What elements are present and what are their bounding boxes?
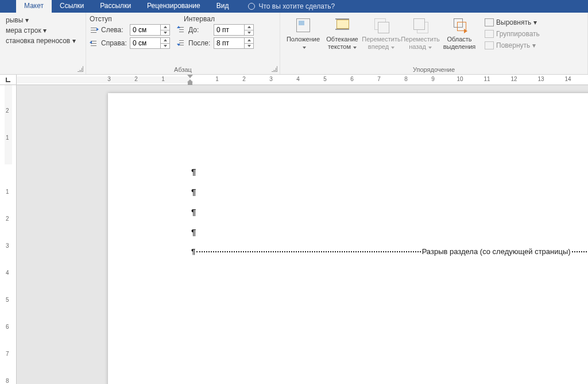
indent-header: Отступ	[90, 15, 184, 23]
ribbon: рывы ▾ мера строк ▾ становка переносов ▾…	[0, 13, 588, 75]
tell-me-placeholder: Что вы хотите сделать?	[258, 2, 335, 10]
indent-left-icon	[90, 26, 99, 34]
arrange-group-label: Упорядочение	[280, 66, 587, 73]
spacing-before-icon	[177, 26, 186, 34]
paragraph-mark: ¶	[191, 187, 196, 197]
spacing-before-field[interactable]	[214, 25, 244, 35]
rotate-icon	[485, 41, 494, 49]
spacing-after-label: После:	[188, 39, 214, 47]
breaks-button[interactable]: рывы ▾	[3, 15, 82, 25]
indent-left-up[interactable]	[161, 25, 169, 30]
bring-forward-icon	[372, 16, 390, 34]
group-paragraph: Отступ Интервал Слева: До: Справа:	[86, 13, 280, 74]
line-numbers-button[interactable]: мера строк ▾	[3, 25, 82, 36]
workspace: 321123456789101112131415 2112345678 ¶ ¶ …	[0, 75, 588, 384]
indent-right-down[interactable]	[161, 44, 169, 49]
first-line-indent-marker[interactable]	[187, 75, 193, 78]
horizontal-ruler[interactable]: 321123456789101112131415	[17, 75, 588, 85]
tell-me-search[interactable]: Что вы хотите сделать?	[237, 0, 335, 13]
align-icon	[485, 18, 494, 26]
indent-right-input[interactable]	[130, 37, 170, 49]
indent-left-label: Слева:	[101, 26, 130, 34]
selection-pane-icon	[450, 16, 469, 34]
spacing-before-down[interactable]	[245, 30, 253, 36]
indent-right-icon	[90, 39, 99, 47]
tab-mailings[interactable]: Рассылки	[92, 0, 139, 13]
spacing-after-field[interactable]	[214, 38, 244, 48]
spacing-after-down[interactable]	[245, 44, 253, 49]
tab-stop-icon	[6, 78, 10, 82]
indent-left-input[interactable]	[130, 24, 170, 36]
group-objects-button[interactable]: Группировать	[482, 29, 542, 39]
spacing-before-up[interactable]	[245, 25, 253, 30]
paragraph-launcher[interactable]	[272, 66, 277, 72]
send-backward-button[interactable]: Переместить назад	[401, 15, 440, 57]
indent-left-field[interactable]	[130, 25, 160, 35]
align-button[interactable]: Выровнять ▾	[482, 17, 542, 28]
selection-pane-button[interactable]: Область выделения	[440, 15, 479, 57]
indent-left-down[interactable]	[161, 30, 169, 36]
vertical-ruler[interactable]: 2112345678	[0, 85, 17, 384]
document-page[interactable]: ¶ ¶ ¶ ¶ ¶Разрыв раздела (со следующей ст…	[108, 93, 588, 384]
spacing-after-icon	[177, 39, 186, 47]
position-icon	[294, 16, 312, 34]
group-icon	[485, 30, 494, 38]
indent-right-label: Справа:	[101, 39, 130, 47]
rotate-button[interactable]: Повернуть ▾	[482, 40, 542, 51]
indent-right-up[interactable]	[161, 38, 169, 44]
tab-references[interactable]: Ссылки	[52, 0, 92, 13]
tab-view[interactable]: Вид	[208, 0, 237, 13]
bulb-icon	[248, 3, 255, 10]
wrap-text-button[interactable]: Обтекание текстом	[323, 15, 362, 57]
group-arrange: Положение Обтекание текстом Переместить …	[280, 13, 588, 74]
page-setup-launcher[interactable]	[78, 66, 83, 72]
bring-forward-button[interactable]: Переместить вперед	[362, 15, 401, 57]
indent-right-field[interactable]	[130, 38, 160, 48]
section-break-label: Разрыв раздела (со следующей страницы)	[422, 247, 571, 256]
paragraph-mark: ¶	[191, 227, 196, 237]
spacing-after-input[interactable]	[214, 37, 254, 49]
spacing-before-label: До:	[188, 26, 214, 34]
send-backward-icon	[411, 16, 430, 34]
tab-partial[interactable]	[0, 0, 16, 13]
group-page-setup: рывы ▾ мера строк ▾ становка переносов ▾	[0, 13, 86, 74]
section-break: ¶Разрыв раздела (со следующей страницы)	[191, 247, 588, 256]
paragraph-group-label: Абзац	[86, 66, 280, 73]
tab-layout[interactable]: Макет	[16, 0, 52, 13]
spacing-header: Интервал	[184, 15, 215, 23]
hyphenation-button[interactable]: становка переносов ▾	[3, 36, 82, 46]
spacing-after-up[interactable]	[245, 38, 253, 44]
spacing-before-input[interactable]	[214, 24, 254, 36]
paragraph-mark: ¶	[191, 167, 196, 177]
wrap-text-icon	[333, 16, 351, 34]
document-area[interactable]: ¶ ¶ ¶ ¶ ¶Разрыв раздела (со следующей ст…	[17, 85, 588, 384]
paragraph-mark: ¶	[191, 207, 196, 217]
ribbon-tabs: Макет Ссылки Рассылки Рецензирование Вид…	[0, 0, 588, 13]
tab-review[interactable]: Рецензирование	[139, 0, 208, 13]
ruler-corner[interactable]	[0, 75, 17, 85]
position-button[interactable]: Положение	[284, 15, 323, 57]
